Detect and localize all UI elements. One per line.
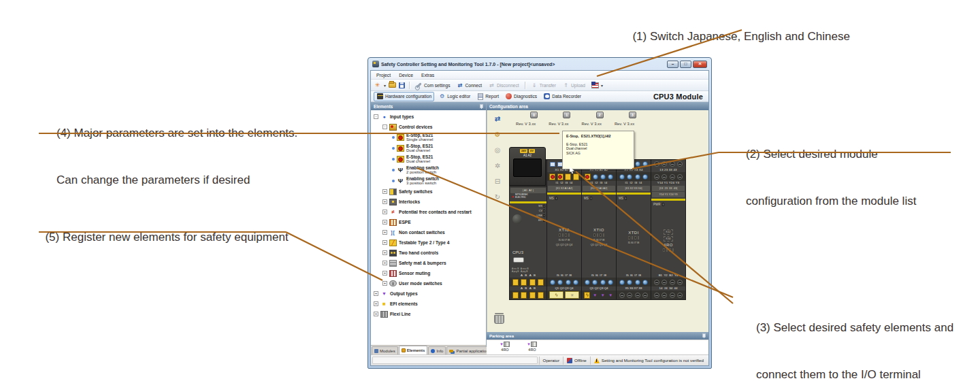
tree-item[interactable]: + Testable Type 2 / Type 4 xyxy=(371,237,486,248)
element-cell[interactable] xyxy=(619,174,625,180)
terminal-cell[interactable] xyxy=(662,161,667,167)
tree-expander[interactable]: + xyxy=(374,312,378,316)
transfer-button[interactable]: Transfer xyxy=(529,81,558,89)
logic-editor-button[interactable]: Logic editor xyxy=(436,93,472,101)
menu-item[interactable]: Extras xyxy=(418,72,438,78)
device-monitor-icon[interactable] xyxy=(492,176,503,186)
tree-expander[interactable]: + xyxy=(374,291,378,296)
terminal-cell[interactable] xyxy=(670,293,675,298)
slot-number-chip[interactable]: 2 xyxy=(596,112,604,118)
trash-icon[interactable] xyxy=(494,313,504,325)
tree-expander[interactable]: - xyxy=(374,114,378,119)
tree-expander[interactable]: + xyxy=(382,199,387,204)
element-cell[interactable] xyxy=(557,173,564,180)
terminal-cell[interactable] xyxy=(557,280,563,285)
tree-item[interactable]: + ESPE xyxy=(371,217,486,227)
pin-icon[interactable] xyxy=(702,333,706,338)
terminal-cell[interactable] xyxy=(662,293,667,298)
tree-item[interactable]: + Two hand controls xyxy=(371,248,486,258)
terminal-cell[interactable] xyxy=(635,280,640,285)
tree-item[interactable]: E-Stop, ES21 Single channel xyxy=(371,132,486,143)
io-module[interactable]: X1 X2 X3 X4 I1 I2 I3 I4 |X1 X2 X3 X4| MS xyxy=(617,160,651,299)
new-dropdown-icon[interactable] xyxy=(383,82,387,88)
terminal-cell[interactable] xyxy=(619,280,625,285)
close-button[interactable] xyxy=(693,61,707,68)
tree-expander[interactable]: + xyxy=(374,301,378,306)
maximize-button[interactable] xyxy=(680,61,691,68)
tree-item[interactable]: + Non contact switches xyxy=(371,227,486,237)
panel-tab[interactable]: Elements xyxy=(399,346,428,354)
parking-area[interactable]: 4RO 4RO xyxy=(487,339,708,354)
minimize-button[interactable] xyxy=(667,61,679,68)
element-cell[interactable] xyxy=(627,174,632,180)
element-cell[interactable] xyxy=(600,174,606,180)
element-cell[interactable] xyxy=(635,174,640,180)
data-recorder-button[interactable]: Data Recorder xyxy=(541,93,583,101)
terminal-cell[interactable] xyxy=(584,292,590,299)
menu-item[interactable]: Project xyxy=(373,72,394,78)
tree-expander[interactable]: - xyxy=(382,125,387,129)
new-project-icon[interactable] xyxy=(374,82,381,88)
element-cell[interactable] xyxy=(565,173,571,180)
tree-item[interactable]: + Safety switches xyxy=(371,186,486,197)
element-cell[interactable] xyxy=(549,173,555,180)
element-cell[interactable] xyxy=(593,174,598,180)
terminal-cell[interactable] xyxy=(670,280,675,285)
module-slot[interactable]: 1 Rev. V 3.xx xyxy=(549,111,581,130)
element-cell[interactable] xyxy=(573,173,579,180)
tree-expander[interactable]: + xyxy=(382,250,387,255)
terminal-cell[interactable] xyxy=(600,280,606,285)
tree-item[interactable]: + Potential free contacts and restart xyxy=(371,207,486,217)
tree-item[interactable]: + Flexi Line xyxy=(371,309,486,319)
insert-module-icon[interactable] xyxy=(492,114,503,123)
menu-item[interactable]: Device xyxy=(395,72,416,78)
terminal-cell[interactable] xyxy=(670,161,675,167)
com-settings-button[interactable]: Com settings xyxy=(413,81,452,89)
refresh-icon[interactable] xyxy=(492,192,503,201)
tree-item[interactable]: + EFI elements xyxy=(371,299,486,309)
terminal-cell[interactable] xyxy=(677,293,683,298)
export-disc-icon[interactable] xyxy=(492,145,503,154)
module-slot[interactable]: 0 Rev. V 3.xx xyxy=(516,111,549,130)
title-bar[interactable]: Safety Controller Setting and Monitoring… xyxy=(370,58,709,70)
terminal-cell[interactable] xyxy=(642,293,648,298)
diagnostics-button[interactable]: Diagnostics xyxy=(503,93,539,101)
tree-item[interactable]: + Output types xyxy=(371,288,486,299)
tree-item[interactable]: - Input types xyxy=(371,112,486,122)
terminal-cell[interactable] xyxy=(566,280,571,285)
element-cell[interactable] xyxy=(670,174,675,180)
open-project-icon[interactable] xyxy=(389,82,396,88)
terminal-cell[interactable] xyxy=(550,162,555,167)
tree-item[interactable]: - Control devices xyxy=(371,122,486,132)
panel-tab[interactable]: Modules xyxy=(372,346,398,354)
parked-module[interactable]: 4RO xyxy=(496,341,514,352)
hardware-configuration-button[interactable]: Hardware configuration xyxy=(374,92,434,101)
user-access-icon[interactable] xyxy=(492,161,503,170)
io-module[interactable]: 13 23 33 43 Y14 Y1 Y24 Y3 |13 23 33 43| … xyxy=(651,160,685,299)
element-cell[interactable] xyxy=(608,174,613,180)
tree-expander[interactable]: + xyxy=(382,220,387,225)
terminal-cell[interactable] xyxy=(549,291,564,299)
pin-icon[interactable] xyxy=(479,104,483,109)
module-stack[interactable]: 24V 0V A1 A2 | A1 A2 | ♦ xyxy=(509,159,686,300)
terminal-cell[interactable] xyxy=(635,293,640,298)
terminal-cell[interactable] xyxy=(642,161,648,167)
terminal-cell[interactable] xyxy=(654,280,659,285)
module-slot[interactable]: 2 Rev. V 3.xx xyxy=(582,111,615,130)
slot-number-chip[interactable]: 0 xyxy=(530,112,538,118)
element-cell[interactable] xyxy=(585,173,591,180)
upload-button[interactable]: Upload xyxy=(560,81,587,89)
configuration-canvas[interactable]: 0 Rev. V 3.xx 1 Rev. V 3.xx 2 Rev. V 3.x… xyxy=(487,110,708,332)
terminal-cell[interactable] xyxy=(635,161,640,167)
tree-item[interactable]: E-Stop, ES21 Dual channel xyxy=(371,154,486,165)
terminal-cell[interactable] xyxy=(662,280,667,285)
slot-number-chip[interactable]: 1 xyxy=(563,112,570,118)
language-switcher[interactable] xyxy=(589,81,606,89)
tree-expander[interactable]: + xyxy=(382,271,387,276)
terminal-cell[interactable] xyxy=(600,292,606,299)
terminal-cell[interactable] xyxy=(654,293,659,298)
terminal-cell[interactable] xyxy=(592,280,598,285)
terminal-cell[interactable] xyxy=(677,280,683,285)
terminal-cell[interactable] xyxy=(654,161,659,167)
tree-item[interactable]: + Safety mat & bumpers xyxy=(371,258,486,268)
